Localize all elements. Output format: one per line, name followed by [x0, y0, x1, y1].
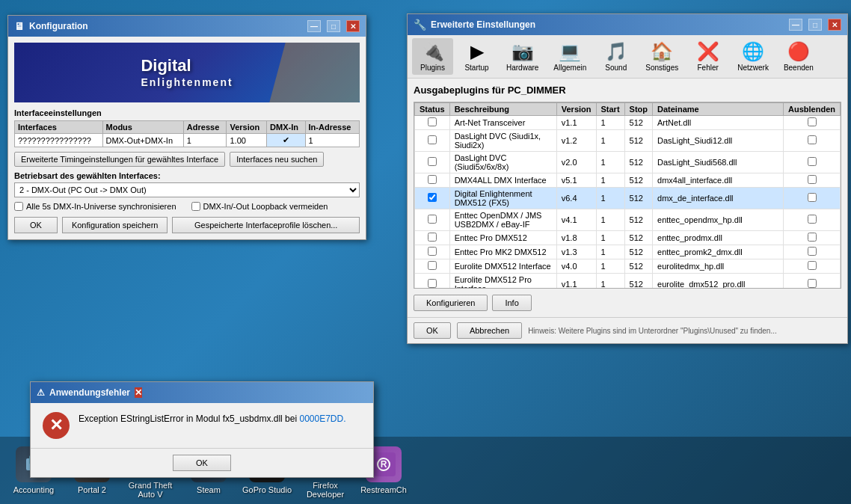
plugin-start-6: 1 — [596, 231, 624, 245]
plugin-hide-8[interactable] — [808, 261, 817, 270]
konfigurieren-button[interactable]: Konfigurieren — [414, 295, 488, 311]
tab-startup-label: Startup — [464, 64, 488, 72]
table-row: ???????????????? DMX-Out+DMX-In 1 1.00 ✔… — [15, 134, 360, 147]
plugin-version-0: v1.1 — [556, 116, 596, 130]
info-button[interactable]: Info — [492, 295, 531, 311]
col-adresse: Adresse — [183, 121, 227, 134]
plugin-checkbox-cell[interactable] — [415, 173, 450, 188]
plugin-hide-cell-7[interactable] — [784, 245, 841, 259]
tab-sound[interactable]: 🎵 Sound — [595, 38, 636, 75]
konfiguration-maximize-button[interactable]: □ — [327, 20, 340, 32]
plugin-checkbox-4[interactable] — [428, 193, 437, 202]
erweitert-maximize-button[interactable]: □ — [808, 19, 822, 31]
plugin-checkbox-9[interactable] — [428, 279, 437, 288]
plugin-bottom: OK Abbrechen Hinweis: Weitere Plugins si… — [408, 317, 847, 343]
plugin-checkbox-6[interactable] — [428, 233, 437, 242]
error-address[interactable]: 0000E7DD. — [299, 414, 345, 424]
plugin-hide-1[interactable] — [808, 135, 817, 144]
konfiguration-delete-button[interactable]: Gespeicherte Interfaceprofile löschen... — [172, 217, 360, 233]
plugin-checkbox-0[interactable] — [428, 117, 437, 126]
konfiguration-save-button[interactable]: Konfiguration speichern — [62, 217, 168, 233]
plugin-hide-6[interactable] — [808, 233, 817, 242]
plugin-hide-9[interactable] — [808, 279, 817, 288]
tab-netzwerk[interactable]: 🌐 Netzwerk — [731, 38, 775, 75]
tab-sonstiges[interactable]: 🏠 Sonstiges — [639, 38, 684, 75]
timing-button[interactable]: Erweiterte Timingeinstellungen für gewäh… — [14, 152, 225, 167]
plugin-checkbox-cell[interactable] — [415, 188, 450, 209]
plugin-row: Art-Net Transceiver v1.1 1 512 ArtNet.dl… — [415, 116, 841, 130]
plugin-stop-3: 512 — [624, 173, 652, 188]
plugin-hide-cell-4[interactable] — [784, 188, 841, 209]
plugin-hide-2[interactable] — [808, 157, 817, 166]
sonstiges-icon: 🏠 — [651, 41, 673, 62]
col-version: Version — [227, 121, 267, 134]
plugin-hide-cell-5[interactable] — [784, 209, 841, 231]
tab-startup[interactable]: ▶ Startup — [456, 38, 497, 75]
plugin-checkbox-cell[interactable] — [415, 116, 450, 130]
konfiguration-minimize-button[interactable]: — — [307, 20, 321, 32]
erweitert-ok-button[interactable]: OK — [414, 322, 451, 339]
plugin-checkbox-1[interactable] — [428, 135, 437, 144]
plugin-checkbox-cell[interactable] — [415, 259, 450, 274]
plugin-table-wrapper[interactable]: Status Beschreibung Version Start Stop D… — [414, 102, 841, 289]
tab-beenden[interactable]: 🔴 Beenden — [778, 38, 820, 75]
tab-fehler[interactable]: ❌ Fehler — [687, 38, 728, 75]
tab-plugins[interactable]: 🔌 Plugins — [412, 38, 453, 75]
plugin-hide-cell-3[interactable] — [784, 173, 841, 188]
checkbox-loopback-input[interactable] — [191, 202, 200, 211]
erweitert-titlebar: 🔧 Erweiterte Einstellungen — □ ✕ — [408, 14, 847, 35]
plugin-checkbox-2[interactable] — [428, 157, 437, 166]
plugin-file-5: enttec_opendmx_hp.dll — [653, 209, 784, 231]
plugin-checkbox-cell[interactable] — [415, 245, 450, 259]
plugin-desc-5: Enttec OpenDMX / JMS USB2DMX / eBay-IF — [449, 209, 556, 231]
checkbox-sync-label: Alle 5s DMX-In-Universe synchronisieren — [26, 202, 176, 211]
plugin-hide-3[interactable] — [808, 175, 817, 184]
plugin-row: Eurolite DMX512 Pro Interface v1.1 1 512… — [415, 274, 841, 289]
plugin-hide-0[interactable] — [808, 117, 817, 126]
plugin-checkbox-cell[interactable] — [415, 152, 450, 173]
plugin-start-5: 1 — [596, 209, 624, 231]
erweitert-minimize-button[interactable]: — — [789, 19, 802, 31]
search-interfaces-button[interactable]: Interfaces neu suchen — [230, 152, 324, 167]
betrieb-select[interactable]: 2 - DMX-Out (PC Out -> DMX Out) — [14, 182, 360, 197]
allgemein-icon: 💻 — [559, 41, 581, 62]
plugin-file-9: eurolite_dmx512_pro.dll — [653, 274, 784, 289]
plugin-checkbox-5[interactable] — [428, 215, 437, 224]
plugin-checkbox-3[interactable] — [428, 175, 437, 184]
plugin-checkbox-cell[interactable] — [415, 274, 450, 289]
plugin-start-2: 1 — [596, 152, 624, 173]
plugin-checkbox-cell[interactable] — [415, 231, 450, 245]
plugin-checkbox-cell[interactable] — [415, 209, 450, 231]
plugin-version-9: v1.1 — [556, 274, 596, 289]
tab-hardware-label: Hardware — [506, 64, 538, 72]
checkbox-sync-input[interactable] — [14, 202, 23, 211]
abbrechen-button[interactable]: Abbrechen — [457, 322, 522, 339]
konfiguration-ok-button[interactable]: OK — [14, 217, 58, 233]
plugin-checkbox-cell[interactable] — [415, 130, 450, 152]
plugin-hide-4[interactable] — [808, 193, 817, 202]
erweitert-window: 🔧 Erweiterte Einstellungen — □ ✕ 🔌 Plugi… — [407, 13, 848, 344]
plugin-hide-cell-9[interactable] — [784, 274, 841, 289]
plugin-checkbox-7[interactable] — [428, 247, 437, 256]
plugin-version-7: v1.3 — [556, 245, 596, 259]
plugin-hide-cell-0[interactable] — [784, 116, 841, 130]
plugin-hide-cell-6[interactable] — [784, 231, 841, 245]
error-close-button[interactable]: ✕ — [135, 387, 142, 398]
error-dialog: ⚠ Anwendungsfehler ✕ ✕ Exception EString… — [30, 381, 374, 478]
tab-hardware[interactable]: 📷 Hardware — [500, 38, 544, 75]
interface-btn-group: Erweiterte Timingeinstellungen für gewäh… — [14, 152, 360, 167]
betrieb-label: Betriebsart des gewählten Interfaces: — [14, 171, 360, 180]
konfiguration-close-button[interactable]: ✕ — [346, 20, 360, 32]
plugin-hide-cell-8[interactable] — [784, 259, 841, 274]
plugin-hide-cell-2[interactable] — [784, 152, 841, 173]
restream-label: RestreamCh — [360, 485, 407, 494]
plugin-hide-7[interactable] — [808, 247, 817, 256]
plugin-checkbox-8[interactable] — [428, 261, 437, 270]
tab-allgemein[interactable]: 💻 Allgemein — [547, 38, 592, 75]
plugin-hide-cell-1[interactable] — [784, 130, 841, 152]
plugin-hide-5[interactable] — [808, 215, 817, 224]
erweitert-close-button[interactable]: ✕ — [828, 19, 841, 31]
iface-inadresse: 1 — [305, 134, 359, 147]
error-ok-button[interactable]: OK — [173, 455, 231, 471]
plugin-start-9: 1 — [596, 274, 624, 289]
